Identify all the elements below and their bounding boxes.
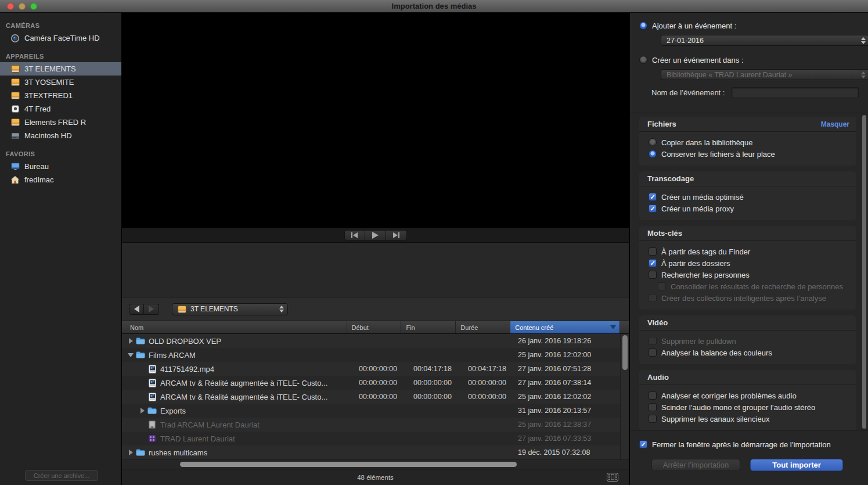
minimize-window-button[interactable]	[19, 3, 26, 10]
home-icon	[10, 175, 20, 185]
media-import-window: Importation des médias CAMÉRASCaméra Fac…	[0, 0, 868, 485]
radio-unselected[interactable]	[649, 138, 657, 146]
import-all-button[interactable]: Tout importer	[750, 459, 843, 471]
cell-name: Films ARCAM	[122, 348, 347, 362]
close-after-import-label: Fermer la fenêtre après le démarrage de …	[652, 440, 831, 449]
device-dropdown[interactable]: 3T ELEMENTS	[172, 303, 288, 315]
create-event-radio[interactable]	[639, 56, 647, 64]
sidebar-item-3textfred1[interactable]: 3TEXTFRED1	[0, 89, 121, 102]
stop-import-button[interactable]: Arrêter l’importation	[651, 459, 740, 471]
close-after-import-option: ✓ Fermer la fenêtre après le démarrage d…	[639, 439, 859, 450]
table-row-trad-laurent-dauriat[interactable]: TRAD Laurent Dauriat27 janv. 2016 07:33:…	[122, 432, 629, 446]
play-button[interactable]	[365, 230, 386, 240]
column-header-debut[interactable]: Début	[347, 321, 402, 333]
hide-section-link[interactable]: Masquer	[821, 120, 849, 128]
checkbox-checked[interactable]: ✓	[649, 259, 657, 267]
file-table: OLD DROPBOX VEP26 janv. 2016 19:18:26Fil…	[122, 334, 629, 459]
disclosure-collapsed-icon[interactable]	[138, 407, 146, 415]
checkbox-unchecked[interactable]	[649, 415, 657, 423]
sidebar-item-cam-ra-facetime-hd[interactable]: Caméra FaceTime HD	[0, 31, 121, 45]
section-mots-cl-s: Mots-clésÀ partir des tags du Finder✓À p…	[639, 226, 856, 310]
sidebar-item-3t-elements[interactable]: 3T ELEMENTS	[0, 62, 121, 76]
panel-scrollbar-thumb[interactable]	[862, 115, 866, 429]
radio-selected[interactable]	[649, 150, 657, 158]
zoom-window-button[interactable]	[30, 3, 37, 10]
option-label: Scinder l’audio mono et grouper l’audio …	[661, 403, 815, 412]
event-dropdown[interactable]: 27-01-2016	[661, 35, 868, 46]
external-drive-icon	[177, 304, 186, 314]
cell-start: 00:00:00:00	[347, 390, 402, 404]
close-window-button[interactable]	[7, 3, 14, 10]
table-row-411751492-mp4[interactable]: 411751492.mp400:00:00:0000:04:17:1800:04…	[122, 362, 629, 376]
sidebar-item-macintosh-hd[interactable]: Macintosh HD	[0, 129, 121, 142]
sidebar-item-4t-fred[interactable]: 4T Fred	[0, 102, 121, 116]
sort-descending-icon	[610, 325, 616, 329]
checkbox-checked[interactable]: ✓	[649, 193, 657, 201]
sidebar-item-fredimac[interactable]: fredImac	[0, 173, 121, 186]
previous-frame-button[interactable]	[344, 230, 365, 240]
add-to-event-radio[interactable]	[639, 21, 647, 30]
forward-button[interactable]	[144, 304, 159, 315]
document-icon	[147, 420, 157, 429]
close-after-import-checkbox[interactable]: ✓	[639, 440, 647, 448]
event-name-input[interactable]	[732, 87, 859, 98]
disclosure-collapsed-icon[interactable]	[127, 448, 135, 457]
checkbox-unchecked[interactable]	[649, 403, 657, 411]
folder-icon	[136, 350, 145, 360]
table-row-arcam-tv-r-alit-augment-e-itele-custo[interactable]: ARCAM tv & Réalité augmentée à iTELE- Cu…	[122, 390, 629, 404]
table-row-trad-arcam-laurent-dauriat[interactable]: Trad ARCAM LAurent Dauriat25 janv. 2016 …	[122, 418, 629, 432]
checkbox-unchecked[interactable]	[649, 337, 657, 345]
table-row-films-arcam[interactable]: Films ARCAM25 janv. 2016 12:02:00	[122, 348, 629, 362]
checkbox-unchecked[interactable]	[649, 271, 657, 279]
table-vertical-scrollbar-thumb[interactable]	[622, 335, 628, 370]
cell-duration	[456, 446, 511, 459]
create-archive-button[interactable]: Créer une archive...	[25, 470, 98, 481]
cell-start	[347, 432, 402, 446]
column-header-label: Contenu créé	[515, 324, 553, 331]
column-header-fin[interactable]: Fin	[401, 321, 456, 333]
sidebar-item-3t-yosemite[interactable]: 3T YOSEMITE	[0, 76, 121, 89]
table-row-arcam-tv-r-alit-augment-e-itele-custo[interactable]: ARCAM tv & Réalité augmentée à iTELE- Cu…	[122, 376, 629, 390]
table-horizontal-scrollbar-thumb[interactable]	[180, 462, 517, 467]
table-row-rushes-multicams[interactable]: rushes multicams19 déc. 2015 07:32:08	[122, 446, 629, 459]
column-header-contenu-cree[interactable]: Contenu créé	[510, 321, 620, 333]
checkbox-unchecked[interactable]	[649, 349, 657, 357]
back-button[interactable]	[129, 304, 144, 315]
section-items: Supprimer le pulldownAnalyser la balance…	[639, 330, 856, 364]
cell-duration: 00:04:17:18	[456, 362, 511, 376]
next-frame-button[interactable]	[386, 230, 407, 240]
filmstrip-area	[122, 242, 629, 297]
import-actions-section: ✓ Fermer la fenêtre après le démarrage d…	[630, 430, 868, 485]
section-fichiers: FichiersMasquerCopier dans la bibliothèq…	[639, 117, 856, 166]
disclosure-collapsed-icon[interactable]	[127, 337, 135, 345]
file-name: ARCAM tv & Réalité augmentée à iTELE- Cu…	[160, 393, 327, 401]
option-analyser-et-corriger-les-probl-mes-audio: Analyser et corriger les problèmes audio	[649, 390, 849, 401]
dropdown-stepper-icon	[861, 71, 866, 78]
file-name: TRAD Laurent Dauriat	[160, 434, 235, 443]
checkbox-unchecked[interactable]	[658, 282, 666, 290]
option-label: Consolider les résultats de recherche de…	[671, 282, 843, 291]
sidebar-item-label: Caméra FaceTime HD	[24, 34, 100, 42]
file-name: Trad ARCAM LAurent Dauriat	[160, 421, 260, 429]
filmstrip-view-toggle[interactable]	[606, 472, 620, 482]
library-dropdown[interactable]: Bibliothèque « TRAD Laurent Dauriat »	[661, 69, 868, 80]
table-row-old-dropbox-vep[interactable]: OLD DROPBOX VEP26 janv. 2016 19:18:26	[122, 334, 629, 348]
cell-created: 27 janv. 2016 07:38:14	[511, 376, 621, 390]
checkbox-checked[interactable]: ✓	[649, 204, 657, 213]
disclosure-spacer	[138, 393, 146, 401]
disclosure-spacer	[138, 434, 146, 443]
disclosure-expanded-icon[interactable]	[127, 351, 135, 359]
navigation-buttons	[129, 304, 159, 315]
column-header-nom[interactable]: Nom	[122, 321, 347, 333]
table-row-exports[interactable]: Exports31 janv. 2016 20:13:57	[122, 404, 629, 418]
section-title: Audio	[647, 373, 849, 382]
sidebar-item-bureau[interactable]: Bureau	[0, 160, 121, 173]
cell-created: 19 déc. 2015 07:32:08	[511, 446, 621, 459]
column-header-duree[interactable]: Durée	[456, 321, 510, 333]
cell-name: TRAD Laurent Dauriat	[122, 432, 347, 446]
checkbox-unchecked[interactable]	[649, 391, 657, 400]
section-items: Copier dans la bibliothèqueConserver les…	[639, 132, 856, 166]
checkbox-unchecked[interactable]	[649, 247, 657, 256]
sidebar-item-elements-fred-r[interactable]: Elements FRED R	[0, 116, 121, 129]
checkbox-unchecked[interactable]	[649, 294, 657, 302]
